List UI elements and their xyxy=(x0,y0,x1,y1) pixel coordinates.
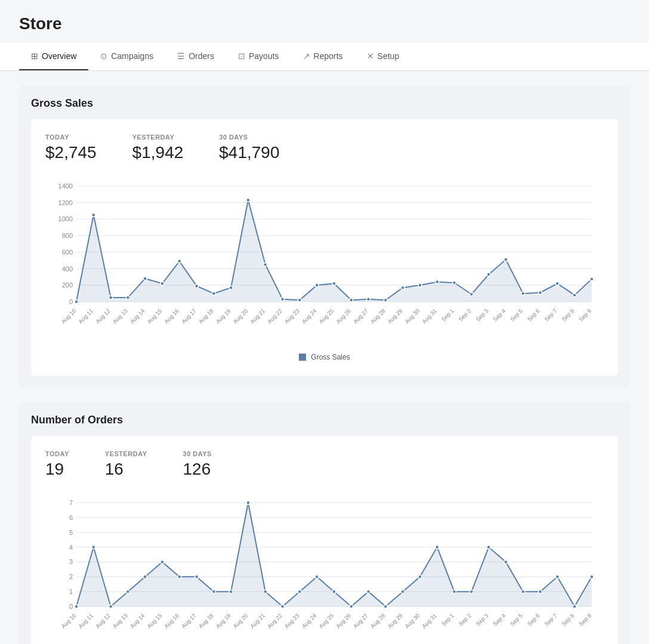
svg-text:Aug 25: Aug 25 xyxy=(317,308,335,325)
svg-point-130 xyxy=(126,590,129,593)
gross-sales-30days: 30 DAYS $41,790 xyxy=(219,134,279,162)
svg-text:Aug 30: Aug 30 xyxy=(403,612,421,630)
svg-text:Aug 12: Aug 12 xyxy=(94,612,112,630)
orders-chart: 01234567Aug 10Aug 11Aug 12Aug 13Aug 14Au… xyxy=(45,493,604,644)
svg-point-153 xyxy=(521,590,525,593)
svg-text:5: 5 xyxy=(69,529,73,536)
svg-text:Sep 3: Sep 3 xyxy=(474,308,489,323)
svg-point-154 xyxy=(539,590,542,593)
svg-text:Aug 27: Aug 27 xyxy=(352,308,369,325)
svg-text:Aug 26: Aug 26 xyxy=(335,308,352,325)
svg-point-138 xyxy=(264,590,267,593)
svg-text:Aug 19: Aug 19 xyxy=(215,612,232,630)
svg-text:Aug 21: Aug 21 xyxy=(249,308,266,325)
svg-text:Aug 19: Aug 19 xyxy=(215,308,232,325)
svg-point-71 xyxy=(469,293,473,296)
svg-point-74 xyxy=(521,292,525,295)
svg-text:Sep 8: Sep 8 xyxy=(560,612,575,627)
svg-text:Aug 20: Aug 20 xyxy=(231,612,249,630)
svg-text:Aug 17: Aug 17 xyxy=(180,308,197,325)
svg-text:1200: 1200 xyxy=(58,199,73,206)
svg-point-72 xyxy=(487,273,490,276)
svg-text:Aug 23: Aug 23 xyxy=(283,308,301,325)
svg-text:Aug 11: Aug 11 xyxy=(77,308,94,325)
svg-text:Aug 31: Aug 31 xyxy=(421,612,438,630)
svg-text:Aug 26: Aug 26 xyxy=(335,612,352,630)
svg-text:Sep 9: Sep 9 xyxy=(577,308,592,323)
svg-text:Aug 18: Aug 18 xyxy=(197,612,215,630)
svg-point-61 xyxy=(298,298,301,302)
svg-point-51 xyxy=(126,296,129,299)
svg-point-139 xyxy=(281,605,285,608)
svg-text:Aug 10: Aug 10 xyxy=(60,308,77,325)
svg-point-66 xyxy=(384,298,387,302)
svg-text:Aug 15: Aug 15 xyxy=(146,612,163,630)
svg-point-55 xyxy=(195,284,199,288)
tab-overview[interactable]: ⊞ Overview xyxy=(19,43,88,70)
svg-text:Sep 1: Sep 1 xyxy=(440,308,455,323)
tab-setup[interactable]: ✕ Setup xyxy=(355,43,412,70)
svg-text:Aug 13: Aug 13 xyxy=(112,612,129,630)
svg-marker-47 xyxy=(76,200,592,302)
svg-point-145 xyxy=(384,605,387,608)
svg-point-75 xyxy=(539,291,542,295)
svg-text:7: 7 xyxy=(69,499,73,506)
svg-text:Aug 29: Aug 29 xyxy=(387,612,404,630)
svg-text:1400: 1400 xyxy=(58,182,73,190)
svg-text:200: 200 xyxy=(62,281,73,289)
orders-title: Number of Orders xyxy=(31,414,618,426)
svg-point-49 xyxy=(92,213,95,217)
svg-text:Sep 5: Sep 5 xyxy=(509,612,524,627)
svg-point-144 xyxy=(367,590,370,593)
svg-point-132 xyxy=(160,560,164,564)
svg-point-131 xyxy=(143,575,147,578)
svg-point-70 xyxy=(453,281,456,284)
svg-point-54 xyxy=(178,259,181,263)
svg-point-157 xyxy=(590,575,594,578)
svg-text:Aug 15: Aug 15 xyxy=(146,308,163,325)
svg-point-60 xyxy=(281,298,285,301)
svg-point-56 xyxy=(212,292,215,295)
svg-point-149 xyxy=(453,590,456,593)
svg-text:400: 400 xyxy=(62,265,73,273)
gross-sales-chart-container: 0200400600800100012001400Aug 10Aug 11Aug… xyxy=(45,177,604,346)
tab-payouts[interactable]: ⊡ Payouts xyxy=(226,43,291,70)
svg-text:Aug 14: Aug 14 xyxy=(129,612,146,630)
navigation-tabs: ⊞ Overview ⊙ Campaigns ☰ Orders ⊡ Payout… xyxy=(0,43,649,71)
svg-point-140 xyxy=(298,590,301,593)
svg-text:Sep 3: Sep 3 xyxy=(474,612,489,627)
svg-text:Sep 6: Sep 6 xyxy=(526,308,541,323)
svg-text:Aug 22: Aug 22 xyxy=(266,612,283,630)
svg-point-127 xyxy=(75,605,78,608)
svg-text:Sep 4: Sep 4 xyxy=(492,308,506,323)
orders-chart-container: 01234567Aug 10Aug 11Aug 12Aug 13Aug 14Au… xyxy=(45,493,604,644)
svg-text:Sep 7: Sep 7 xyxy=(543,308,558,323)
gross-sales-legend: Gross Sales xyxy=(45,353,604,361)
overview-icon: ⊞ xyxy=(31,51,38,61)
campaigns-icon: ⊙ xyxy=(100,51,107,61)
tab-reports[interactable]: ↗ Reports xyxy=(291,43,355,70)
tab-campaigns[interactable]: ⊙ Campaigns xyxy=(88,43,165,70)
svg-text:Aug 28: Aug 28 xyxy=(369,612,387,630)
svg-point-57 xyxy=(229,286,233,289)
svg-point-50 xyxy=(109,296,113,299)
svg-point-59 xyxy=(264,263,267,267)
gross-sales-stats: TODAY $2,745 YESTERDAY $1,942 30 DAYS $4… xyxy=(45,134,604,162)
svg-point-68 xyxy=(418,283,422,287)
svg-text:800: 800 xyxy=(62,232,73,239)
svg-text:Aug 30: Aug 30 xyxy=(403,308,421,325)
svg-text:Sep 1: Sep 1 xyxy=(440,612,455,627)
tab-orders[interactable]: ☰ Orders xyxy=(165,43,226,70)
setup-icon: ✕ xyxy=(367,51,374,61)
svg-text:Sep 4: Sep 4 xyxy=(492,612,506,627)
svg-text:6: 6 xyxy=(69,514,73,521)
svg-text:Sep 2: Sep 2 xyxy=(457,308,472,323)
svg-text:Aug 13: Aug 13 xyxy=(112,308,129,325)
svg-point-76 xyxy=(555,282,559,286)
svg-point-69 xyxy=(435,280,439,284)
gross-sales-section: Gross Sales TODAY $2,745 YESTERDAY $1,94… xyxy=(19,85,630,388)
svg-text:Aug 20: Aug 20 xyxy=(231,308,249,325)
svg-text:Sep 9: Sep 9 xyxy=(577,612,592,627)
page-title: Store xyxy=(19,14,630,33)
orders-30days: 30 DAYS 126 xyxy=(183,450,212,479)
